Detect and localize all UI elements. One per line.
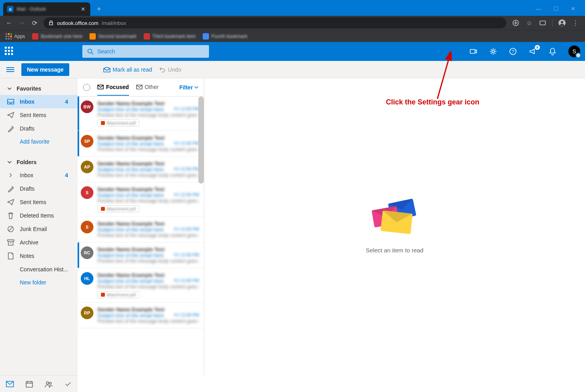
- forward-icon[interactable]: →: [18, 19, 25, 27]
- attachment-chip[interactable]: Attachment.pdf: [97, 119, 139, 127]
- lock-icon: [48, 20, 54, 26]
- chevron-down-icon: [7, 160, 12, 165]
- close-window-icon[interactable]: ✕: [569, 5, 577, 13]
- other-tab[interactable]: Other: [136, 79, 159, 96]
- browser-tab[interactable]: o Mail - Outlook ✕: [3, 2, 90, 16]
- sidebar-item-drafts[interactable]: Drafts: [0, 122, 78, 135]
- sidebar-item-label: Drafts: [20, 125, 70, 132]
- search-icon: [87, 48, 93, 55]
- message-item[interactable]: RP Sender Name Example Text Subject line…: [78, 303, 204, 328]
- draft-icon: [7, 125, 14, 132]
- meet-now-icon[interactable]: [469, 47, 477, 55]
- new-tab-button[interactable]: +: [93, 4, 104, 15]
- sidebar-item-deleted-items[interactable]: Deleted Items: [0, 209, 78, 222]
- bookmark-item[interactable]: Fourth bookmark: [203, 33, 247, 40]
- reload-icon[interactable]: ⟳: [31, 19, 38, 27]
- settings-gear-icon[interactable]: [489, 47, 497, 55]
- inbox-icon: [7, 98, 14, 105]
- svg-rect-5: [470, 49, 475, 53]
- account-avatar[interactable]: S: [568, 45, 580, 57]
- sidebar-item-sent-items[interactable]: Sent Items: [0, 195, 78, 209]
- svg-rect-1: [540, 21, 545, 25]
- browser-menu-icon[interactable]: ⋮: [572, 19, 579, 27]
- message-item[interactable]: BW Sender Name Example Text Subject line…: [78, 97, 204, 131]
- browser-titlebar: o Mail - Outlook ✕ + — ☐ ✕: [0, 0, 585, 16]
- svg-point-3: [561, 21, 563, 23]
- sidebar-item-inbox[interactable]: Inbox 4: [0, 169, 78, 182]
- filter-button[interactable]: Filter: [179, 84, 198, 91]
- sidebar-item-junk-email[interactable]: Junk Email: [0, 222, 78, 236]
- message-item[interactable]: HL Sender Name Example Text Subject line…: [78, 268, 204, 303]
- notifications-icon[interactable]: [549, 47, 557, 55]
- profile-icon[interactable]: [558, 19, 566, 27]
- help-icon[interactable]: ?: [509, 47, 517, 55]
- apps-bookmark[interactable]: Apps: [6, 33, 25, 40]
- todo-module-icon[interactable]: [64, 380, 72, 388]
- sidebar-item-label: Junk Email: [20, 226, 70, 232]
- attachment-chip[interactable]: Attachment.pdf: [97, 291, 139, 298]
- scrollbar-thumb[interactable]: [198, 97, 204, 184]
- search-input[interactable]: [97, 48, 204, 55]
- sidebar-item-label: Sent Items: [20, 112, 70, 118]
- sidebar-item-drafts[interactable]: Drafts: [0, 182, 78, 195]
- url-input[interactable]: outlook.office.com/mail/inbox: [44, 17, 506, 28]
- attachment-chip[interactable]: Attachment.pdf: [97, 205, 139, 212]
- focused-tab[interactable]: Focused: [97, 79, 129, 96]
- envelope-icon: [136, 85, 142, 89]
- new-message-button[interactable]: New message: [21, 63, 69, 76]
- hamburger-icon[interactable]: [6, 67, 14, 72]
- svg-point-6: [492, 50, 494, 53]
- app-launcher-icon[interactable]: [5, 47, 14, 56]
- empty-state-text: Select an item to read: [366, 247, 424, 254]
- message-list[interactable]: BW Sender Name Example Text Subject line…: [78, 97, 204, 375]
- message-item[interactable]: S Sender Name Example Text Subject line …: [78, 182, 204, 217]
- mail-module-icon[interactable]: [6, 380, 14, 388]
- sidebar-item-sent-items[interactable]: Sent Items: [0, 108, 78, 122]
- svg-rect-14: [26, 382, 32, 387]
- message-item[interactable]: SP Sender Name Example Text Subject line…: [78, 131, 204, 157]
- sidebar-item-inbox[interactable]: Inbox 4: [0, 95, 78, 108]
- minimize-icon[interactable]: —: [534, 5, 542, 13]
- bookmark-star-icon[interactable]: ☆: [525, 19, 533, 27]
- bookmark-item[interactable]: Second bookmark: [89, 33, 137, 40]
- archive-icon: [7, 239, 14, 246]
- mark-all-read-button[interactable]: Mark all as read: [103, 66, 152, 73]
- message-item[interactable]: RC Sender Name Example Text Subject line…: [78, 242, 204, 268]
- sidebar-item-label: Notes: [20, 253, 70, 259]
- sender-avatar: S: [81, 221, 93, 233]
- maximize-icon[interactable]: ☐: [552, 5, 560, 13]
- message-item[interactable]: AP Sender Name Example Text Subject line…: [78, 157, 204, 182]
- apps-label: Apps: [14, 34, 25, 39]
- whats-new-icon[interactable]: 9: [529, 47, 537, 55]
- empty-illustration: [373, 200, 416, 236]
- message-item[interactable]: S Sender Name Example Text Subject line …: [78, 217, 204, 242]
- sidebar-item-label: Drafts: [20, 186, 70, 192]
- calendar-module-icon[interactable]: [25, 380, 33, 388]
- folder-sidebar: Favorites Inbox 4 Sent Items Drafts Add …: [0, 78, 78, 375]
- install-app-icon[interactable]: [512, 19, 520, 27]
- sidebar-item-notes[interactable]: Notes: [0, 249, 78, 263]
- back-icon[interactable]: ←: [6, 19, 13, 27]
- folders-header[interactable]: Folders: [0, 156, 78, 169]
- close-tab-icon[interactable]: ✕: [80, 6, 86, 12]
- bookmark-item[interactable]: Third bookmark item: [144, 33, 196, 40]
- sidebar-item-label: Deleted Items: [20, 212, 70, 219]
- notif-badge: 9: [535, 45, 540, 50]
- unread-count: 4: [65, 98, 70, 105]
- block-icon: [7, 225, 14, 233]
- people-module-icon[interactable]: [45, 380, 53, 388]
- undo-button[interactable]: Undo: [159, 66, 181, 73]
- sidebar-item-archive[interactable]: Archive: [0, 236, 78, 249]
- sender-avatar: SP: [81, 135, 93, 148]
- favorites-header[interactable]: Favorites: [0, 82, 78, 95]
- sender-avatar: S: [81, 186, 93, 199]
- bookmark-item[interactable]: Bookmark one here: [32, 33, 82, 40]
- new-folder-link[interactable]: New folder: [0, 276, 78, 289]
- sidebar-item-conversation-hist-[interactable]: Conversation Hist...: [0, 263, 78, 276]
- annotation-text: Click the Settings gear icon: [386, 98, 479, 106]
- search-box[interactable]: [82, 45, 209, 58]
- select-all-toggle[interactable]: [83, 84, 90, 91]
- envelope-icon: [97, 85, 104, 89]
- extension-icon[interactable]: [539, 19, 547, 27]
- add-favorite-link[interactable]: Add favorite: [0, 135, 78, 148]
